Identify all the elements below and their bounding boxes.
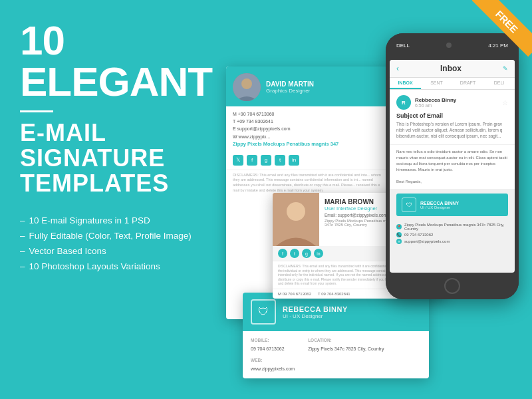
david-social-icons: 𝕏 f g t in <box>226 152 392 170</box>
rebecca-contacts: MOBILE: 09 704 6713062 WEB: www.zippypix… <box>243 331 429 378</box>
rebecca-info: REBECCA BINNY UI - UX Designer <box>283 305 348 319</box>
web-label: WEB: <box>251 356 295 364</box>
feature-item-3: Vector Based Icons <box>20 246 226 256</box>
tab-inbox[interactable]: INBOX <box>390 78 421 89</box>
phone-sig-shield-icon: 🛡 <box>402 198 416 212</box>
maria-fb-icon[interactable]: f <box>278 249 287 258</box>
david-web: W www.zippypix... <box>233 133 386 140</box>
main-title: 10 ELEGANT <box>20 20 226 102</box>
email-body: This is Photoshop's version of Lorem Ips… <box>396 121 508 139</box>
inbox-tabs: INBOX SENT DRAFT DELI <box>390 78 515 90</box>
main-container: FREE 10 ELEGANT E-MAIL SIGNATURE TEMPLAT… <box>0 0 532 399</box>
edit-button[interactable]: ✎ <box>503 65 508 72</box>
david-role: Graphics Designer <box>266 88 314 94</box>
phone-signature: 🛡 REBECCA BINNY UI / UX Designer <box>396 194 508 216</box>
phone-screen: ‹ Inbox ✎ INBOX SENT DRAFT DELI R Re <box>390 60 515 273</box>
david-info: DAVID MARTIN Graphics Designer <box>266 80 314 94</box>
mobile-label: MOBILE: <box>251 336 295 344</box>
david-phone: M +90 704 6713060 <box>233 110 386 118</box>
star-icon[interactable]: ☆ <box>502 99 508 106</box>
maria-in-icon[interactable]: in <box>314 249 323 258</box>
phone-signal: DELL <box>396 43 410 49</box>
free-banner: FREE <box>472 0 532 60</box>
divider <box>20 110 53 112</box>
mobile-value: 09 704 6713062 <box>251 344 295 353</box>
email-preview[interactable]: R Rebbecca Binny 6:56 am ☆ Subject of Em… <box>390 90 515 145</box>
phone-sig-details: 📍 Zippy Pixels Mockups Penatibus magnis … <box>390 220 515 248</box>
david-email: E support@zippypixels.com <box>233 125 386 132</box>
rebecca-col1: MOBILE: 09 704 6713062 WEB: www.zippypix… <box>251 336 295 373</box>
phone-sig-name: REBECCA BINNY <box>420 201 459 205</box>
rebecca-shield-icon: 🛡 <box>251 299 276 325</box>
feature-item-1: 10 E-mail Signatures in 1 PSD <box>20 215 226 225</box>
feature-list: 10 E-mail Signatures in 1 PSD Fully Edit… <box>20 215 226 271</box>
svg-point-3 <box>287 202 305 221</box>
david-avatar <box>233 73 261 101</box>
location-dot-icon: 📍 <box>396 224 402 229</box>
sub-title-line3: TEMPLATES <box>20 171 226 196</box>
rebecca-name: REBECCA BINNY <box>283 305 348 313</box>
rebecca-col2: LOCATION: Zippy Pixels 347c 7825 City, C… <box>308 336 384 373</box>
location-value: Zippy Pixels 347c 7825 City, Country <box>308 344 384 353</box>
sig-phone: 09 734 6713062 <box>404 233 433 237</box>
tab-draft[interactable]: DRAFT <box>452 78 483 89</box>
maria-photo <box>273 193 319 246</box>
david-disclaimer: DISCLAIMERS: This email and any files tr… <box>226 170 392 196</box>
svg-point-1 <box>241 78 252 89</box>
linkedin-icon[interactable]: in <box>289 155 299 166</box>
inbox-header: ‹ Inbox ✎ <box>390 60 515 78</box>
david-company: Zippy Pixels Mockups Penatibus magnis 34… <box>233 140 386 148</box>
tab-deleted[interactable]: DELI <box>483 78 515 89</box>
twitter-icon[interactable]: 𝕏 <box>233 155 243 166</box>
free-label: FREE <box>472 0 532 57</box>
maria-tw-icon[interactable]: t <box>290 249 299 258</box>
david-header: DAVID MARTIN Graphics Designer <box>226 66 392 106</box>
sig-phone-row: 📞 09 734 6713062 <box>396 232 508 237</box>
sub-title-line1: E-MAIL <box>20 120 226 146</box>
david-phone2: T +09 734 8302641 <box>233 118 386 125</box>
phone-sig-info: REBECCA BINNY UI / UX Designer <box>420 201 459 209</box>
sig-address-row: 📍 Zippy Pixels Mockups Penatibus magnis … <box>396 223 508 231</box>
sig-email: support@zippypixels.com <box>404 239 450 243</box>
sig-email-row: ✉ support@zippypixels.com <box>396 239 508 244</box>
tab-sent[interactable]: SENT <box>421 78 452 89</box>
rebecca-role: UI - UX Designer <box>283 313 348 319</box>
email-body-full: Nam nec tellus a odio tincidunt auctor a… <box>390 145 515 190</box>
phone-camera <box>446 43 452 48</box>
card-rebecca: 🛡 REBECCA BINNY UI - UX Designer MOBILE:… <box>243 293 429 378</box>
phone-mockup: DELL 4:21 PM ‹ Inbox ✎ INBOX SENT DRAFT … <box>386 33 519 299</box>
feature-item-2: Fully Editable (Color, Text, Profile Ima… <box>20 231 226 241</box>
maria-gp-icon[interactable]: g <box>302 249 311 258</box>
inbox-title: Inbox <box>399 64 503 73</box>
feature-item-4: 10 Photoshop Layouts Variations <box>20 261 226 271</box>
location-label: LOCATION: <box>308 336 384 344</box>
home-button[interactable] <box>444 278 460 294</box>
email-sender: Rebbecca Binny <box>415 97 498 103</box>
email-dot-icon: ✉ <box>396 239 402 244</box>
left-section: 10 ELEGANT E-MAIL SIGNATURE TEMPLATES 10… <box>20 20 226 277</box>
maria-phone: M 09 704 6713062 <box>278 292 311 296</box>
right-section: DAVID MARTIN Graphics Designer M +90 704… <box>219 0 532 399</box>
tumblr-icon[interactable]: t <box>275 155 285 166</box>
phone-sig-role: UI / UX Designer <box>420 205 459 209</box>
phone-bottom-bar <box>386 273 519 299</box>
sub-title: E-MAIL SIGNATURE TEMPLATES <box>20 120 226 196</box>
sig-address: Zippy Pixels Mockups Penatibus magnis 34… <box>404 223 508 231</box>
gplus-icon[interactable]: g <box>261 155 271 166</box>
facebook-icon[interactable]: f <box>247 155 257 166</box>
email-subject: Subject of Email <box>396 112 508 119</box>
email-preview-header: R Rebbecca Binny 6:56 am ☆ <box>396 95 508 110</box>
email-avatar: R <box>396 95 411 110</box>
phone-dot-icon: 📞 <box>396 232 402 237</box>
sub-title-line2: SIGNATURE <box>20 146 226 171</box>
email-time: 6:56 am <box>415 103 498 108</box>
david-name: DAVID MARTIN <box>266 80 314 88</box>
web-value: www.zippypixels.com <box>251 364 295 373</box>
maria-phone2: T 09 704 8302641 <box>318 292 350 296</box>
david-contacts: M +90 704 6713060 T +09 734 8302641 E su… <box>226 106 392 152</box>
sender-info: Rebbecca Binny 6:56 am <box>415 97 498 108</box>
